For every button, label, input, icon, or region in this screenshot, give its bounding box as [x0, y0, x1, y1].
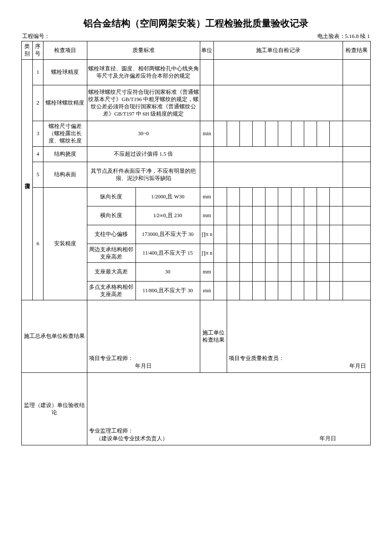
date-label: 年月日 [349, 362, 366, 370]
selfcheck-cell[interactable] [317, 188, 330, 206]
result-cell[interactable] [343, 60, 370, 85]
selfcheck-cell[interactable] [214, 282, 227, 300]
selfcheck-cell[interactable] [330, 121, 343, 147]
selfcheck-cell[interactable] [330, 244, 343, 263]
selfcheck-cell[interactable] [239, 225, 252, 244]
selfcheck-cell[interactable] [227, 225, 239, 244]
result-cell[interactable] [343, 162, 370, 188]
selfcheck-cell[interactable] [265, 225, 278, 244]
selfcheck-cell[interactable] [252, 206, 265, 225]
supervision-sign-area[interactable]: 专业监理工程师： （建设单位专业技术负责人） 年月日 [87, 373, 370, 445]
selfcheck-cell[interactable] [214, 188, 227, 206]
selfcheck-cell[interactable] [291, 244, 304, 263]
selfcheck-cell[interactable] [265, 206, 278, 225]
selfcheck-cell[interactable] [278, 206, 291, 225]
selfcheck-cell[interactable] [252, 225, 265, 244]
standard-cell: 不应超过设计值得 1.5 倍 [87, 147, 200, 162]
selfcheck-cell[interactable] [278, 225, 291, 244]
selfcheck-cell[interactable] [214, 121, 227, 147]
selfcheck-cell[interactable] [304, 206, 317, 225]
selfcheck-cell[interactable] [330, 206, 343, 225]
selfcheck-cell[interactable] [291, 225, 304, 244]
selfcheck-cell[interactable] [252, 282, 265, 300]
selfcheck-cell[interactable] [227, 263, 239, 282]
selfcheck-cell[interactable] [265, 282, 278, 300]
selfcheck-cell[interactable] [291, 206, 304, 225]
selfcheck-cell[interactable] [239, 206, 252, 225]
selfcheck-cell[interactable] [317, 121, 330, 147]
selfcheck-cell[interactable] [304, 244, 317, 263]
selfcheck-cell[interactable] [214, 244, 227, 263]
selfcheck-cell[interactable] [317, 206, 330, 225]
seq-cell: 3 [32, 121, 43, 147]
selfcheck-cell[interactable] [291, 282, 304, 300]
selfcheck-cell[interactable] [214, 85, 343, 121]
selfcheck-cell[interactable] [278, 244, 291, 263]
selfcheck-cell[interactable] [239, 244, 252, 263]
sub-value: 11/400,且不应大于 15 [135, 244, 200, 263]
unit-cell: ∏π n [200, 225, 214, 244]
seq-cell: 4 [32, 147, 43, 162]
selfcheck-cell[interactable] [265, 263, 278, 282]
selfcheck-cell[interactable] [214, 147, 343, 162]
selfcheck-cell[interactable] [214, 206, 227, 225]
selfcheck-cell[interactable] [239, 282, 252, 300]
selfcheck-cell[interactable] [291, 263, 304, 282]
selfcheck-cell[interactable] [317, 244, 330, 263]
result-cell[interactable] [343, 147, 370, 162]
selfcheck-cell[interactable] [304, 282, 317, 300]
selfcheck-cell[interactable] [291, 188, 304, 206]
result-cell[interactable] [343, 188, 370, 206]
result-cell[interactable] [343, 225, 370, 244]
unit-sign-area[interactable]: 项目专业质量检查员： 年月日 [227, 300, 371, 373]
selfcheck-cell[interactable] [278, 282, 291, 300]
selfcheck-cell[interactable] [304, 263, 317, 282]
result-cell[interactable] [343, 206, 370, 225]
selfcheck-cell[interactable] [227, 206, 239, 225]
table-row: 6 安装精度 纵向长度 1/2000,且 W30 mm [22, 188, 371, 206]
result-cell[interactable] [343, 121, 370, 147]
selfcheck-cell[interactable] [278, 188, 291, 206]
selfcheck-cell[interactable] [252, 188, 265, 206]
selfcheck-cell[interactable] [330, 188, 343, 206]
result-cell[interactable] [343, 263, 370, 282]
selfcheck-cell[interactable] [227, 244, 239, 263]
selfcheck-cell[interactable] [252, 244, 265, 263]
selfcheck-cell[interactable] [227, 121, 239, 147]
selfcheck-cell[interactable] [304, 225, 317, 244]
selfcheck-cell[interactable] [239, 121, 252, 147]
selfcheck-cell[interactable] [330, 282, 343, 300]
selfcheck-cell[interactable] [214, 162, 343, 188]
selfcheck-cell[interactable] [330, 263, 343, 282]
selfcheck-cell[interactable] [265, 188, 278, 206]
selfcheck-cell[interactable] [265, 121, 278, 147]
result-cell[interactable] [343, 244, 370, 263]
selfcheck-cell[interactable] [278, 121, 291, 147]
selfcheck-cell[interactable] [317, 282, 330, 300]
selfcheck-cell[interactable] [227, 282, 239, 300]
selfcheck-cell[interactable] [317, 263, 330, 282]
result-cell[interactable] [343, 282, 370, 300]
selfcheck-cell[interactable] [227, 188, 239, 206]
selfcheck-cell[interactable] [252, 263, 265, 282]
footer-supervision-row: 监理（建设）单位验收结论 专业监理工程师： （建设单位专业技术负责人） 年月日 [22, 373, 371, 445]
result-cell[interactable] [343, 85, 370, 121]
selfcheck-cell[interactable] [317, 225, 330, 244]
selfcheck-cell[interactable] [304, 121, 317, 147]
selfcheck-cell[interactable] [291, 121, 304, 147]
selfcheck-cell[interactable] [304, 188, 317, 206]
selfcheck-cell[interactable] [278, 263, 291, 282]
unit-cell [200, 85, 214, 121]
selfcheck-cell[interactable] [214, 225, 227, 244]
selfcheck-cell[interactable] [239, 263, 252, 282]
contractor-sign-area[interactable]: 项目专业工程师： 年月日 [87, 300, 200, 373]
selfcheck-cell[interactable] [239, 188, 252, 206]
selfcheck-cell[interactable] [252, 121, 265, 147]
selfcheck-cell[interactable] [265, 244, 278, 263]
th-item: 检查项目 [43, 41, 87, 60]
selfcheck-cell[interactable] [214, 263, 227, 282]
sub-label: 周边支承结构相邻支座高差 [87, 244, 135, 263]
project-number-label: 工程编号： [22, 32, 50, 40]
selfcheck-cell[interactable] [330, 225, 343, 244]
selfcheck-cell[interactable] [214, 60, 343, 85]
